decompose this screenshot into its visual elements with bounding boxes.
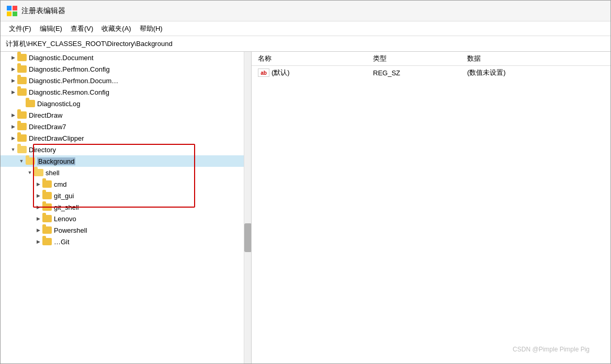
- chevron-right-icon: ▶: [9, 111, 17, 119]
- tree-panel[interactable]: ▶ Diagnostic.Document ▶ Diagnostic.Perfm…: [1, 52, 252, 363]
- tree-item-powershell[interactable]: ▶ Powershell: [1, 224, 251, 236]
- registry-values-table: 名称 类型 数据 ab (默认) REG_SZ: [252, 52, 610, 79]
- menu-file[interactable]: 文件(F): [5, 22, 36, 35]
- tree-item-directdraw[interactable]: ▶ DirectDraw: [1, 109, 251, 121]
- tree-label: git_shell: [54, 203, 79, 211]
- menu-help[interactable]: 帮助(H): [135, 22, 167, 35]
- tree-label: cmd: [54, 180, 67, 188]
- col-header-data: 数据: [461, 52, 610, 66]
- tree-label: Powershell: [54, 226, 87, 234]
- folder-icon: [17, 123, 27, 130]
- chevron-right-icon: ▶: [34, 180, 42, 188]
- chevron-right-icon: ▶: [34, 226, 42, 234]
- table-row[interactable]: ab (默认) REG_SZ (数值未设置): [252, 66, 610, 80]
- folder-icon: [17, 134, 27, 142]
- folder-icon: [42, 226, 52, 234]
- tree-item-directdraw7[interactable]: ▶ DirectDraw7: [1, 121, 251, 132]
- registry-editor-window: 注册表编辑器 文件(F) 编辑(E) 查看(V) 收藏夹(A) 帮助(H) 计算…: [0, 0, 611, 364]
- tree-label: DiagnosticLog: [37, 100, 80, 108]
- tree-item-diagnostic-perfmon-doc[interactable]: ▶ Diagnostic.Perfmon.Docum…: [1, 75, 251, 86]
- chevron-right-icon: ▶: [9, 76, 17, 85]
- folder-icon: [17, 111, 27, 119]
- svg-rect-0: [7, 6, 12, 10]
- tree-label: DirectDraw: [29, 111, 62, 119]
- tree-label: Diagnostic.Resmon.Config: [29, 88, 109, 96]
- chevron-right-icon: ▶: [9, 53, 17, 62]
- tree-item-background[interactable]: ▼ Background: [1, 155, 251, 167]
- folder-icon-open: [26, 157, 35, 165]
- tree-label: …Git: [54, 238, 70, 246]
- tree-label: Diagnostic.Document: [29, 54, 94, 62]
- folder-icon: [42, 180, 52, 188]
- tree-item-diagnostic-resmon-cfg[interactable]: ▶ Diagnostic.Resmon.Config: [1, 86, 251, 98]
- scrollbar-thumb[interactable]: [244, 223, 252, 252]
- content-area: ▶ Diagnostic.Document ▶ Diagnostic.Perfm…: [1, 52, 610, 363]
- tree-item-shell[interactable]: ▼ shell: [1, 167, 251, 178]
- tree-item-diagnosticlog[interactable]: DiagnosticLog: [1, 98, 251, 109]
- tree-item-opengit[interactable]: ▶ …Git: [1, 236, 251, 247]
- tree-item-diagnostic-doc[interactable]: ▶ Diagnostic.Document: [1, 52, 251, 63]
- folder-icon-open: [34, 169, 43, 176]
- tree-item-cmd[interactable]: ▶ cmd: [1, 178, 251, 190]
- tree-label: Diagnostic.Perfmon.Docum…: [29, 77, 118, 85]
- svg-rect-2: [7, 12, 12, 16]
- spacer: [17, 99, 26, 108]
- folder-icon: [17, 77, 27, 84]
- tree-item-git-gui[interactable]: ▶ git_gui: [1, 190, 251, 201]
- value-name: (默认): [271, 68, 290, 77]
- right-panel: 名称 类型 数据 ab (默认) REG_SZ: [252, 52, 610, 363]
- tree-label: Diagnostic.Perfmon.Config: [29, 65, 110, 73]
- tree-item-git-shell[interactable]: ▶ git_shell: [1, 201, 251, 213]
- tree-label: shell: [46, 169, 60, 177]
- value-type-cell: REG_SZ: [367, 66, 461, 80]
- scrollbar-track[interactable]: [244, 52, 251, 363]
- chevron-right-icon: ▶: [34, 191, 42, 200]
- folder-icon: [17, 54, 27, 61]
- folder-icon: [17, 65, 27, 73]
- address-path: 计算机\HKEY_CLASSES_ROOT\Directory\Backgrou…: [6, 39, 173, 49]
- menu-bar: 文件(F) 编辑(E) 查看(V) 收藏夹(A) 帮助(H): [1, 21, 610, 36]
- window-title: 注册表编辑器: [21, 6, 65, 16]
- svg-rect-3: [13, 12, 17, 16]
- ab-icon: ab: [258, 69, 269, 77]
- chevron-right-icon: ▶: [34, 214, 42, 223]
- regedit-icon: [7, 6, 17, 16]
- tree-item-directdrawclipper[interactable]: ▶ DirectDrawClipper: [1, 132, 251, 144]
- menu-view[interactable]: 查看(V): [66, 22, 97, 35]
- address-bar: 计算机\HKEY_CLASSES_ROOT\Directory\Backgrou…: [1, 36, 610, 52]
- folder-icon: [42, 192, 52, 199]
- folder-icon: [17, 88, 27, 96]
- chevron-right-icon: ▶: [9, 88, 17, 96]
- tree-label: Lenovo: [54, 215, 76, 223]
- folder-icon-open: [17, 146, 27, 153]
- tree-item-directory[interactable]: ▼ Directory: [1, 144, 251, 155]
- folder-icon: [42, 238, 52, 245]
- chevron-down-icon: ▼: [26, 168, 34, 177]
- tree-label: Directory: [29, 146, 56, 154]
- menu-favorites[interactable]: 收藏夹(A): [97, 22, 135, 35]
- tree-item-lenovo[interactable]: ▶ Lenovo: [1, 213, 251, 224]
- chevron-right-icon: ▶: [34, 203, 42, 211]
- chevron-right-icon: ▶: [9, 134, 17, 142]
- chevron-right-icon: ▶: [34, 237, 42, 246]
- col-header-type: 类型: [367, 52, 461, 66]
- chevron-down-icon: ▼: [9, 145, 17, 154]
- tree-item-diagnostic-perfmon-cfg[interactable]: ▶ Diagnostic.Perfmon.Config: [1, 63, 251, 75]
- watermark: CSDN @Pimple Pimple Pig: [513, 346, 590, 353]
- chevron-right-icon: ▶: [9, 122, 17, 131]
- tree-label: git_gui: [54, 192, 74, 200]
- col-header-name: 名称: [252, 52, 367, 66]
- title-bar: 注册表编辑器: [1, 1, 610, 21]
- tree-label: DirectDraw7: [29, 123, 66, 131]
- tree-label: Background: [37, 157, 75, 165]
- svg-rect-1: [13, 6, 17, 10]
- chevron-right-icon: ▶: [9, 65, 17, 73]
- value-data-cell: (数值未设置): [461, 66, 610, 80]
- folder-icon: [42, 215, 52, 222]
- folder-icon: [42, 203, 52, 211]
- tree-label: DirectDrawClipper: [29, 134, 84, 142]
- chevron-down-icon: ▼: [17, 157, 26, 165]
- folder-icon: [26, 100, 35, 107]
- menu-edit[interactable]: 编辑(E): [36, 22, 66, 35]
- value-name-cell: ab (默认): [252, 66, 367, 80]
